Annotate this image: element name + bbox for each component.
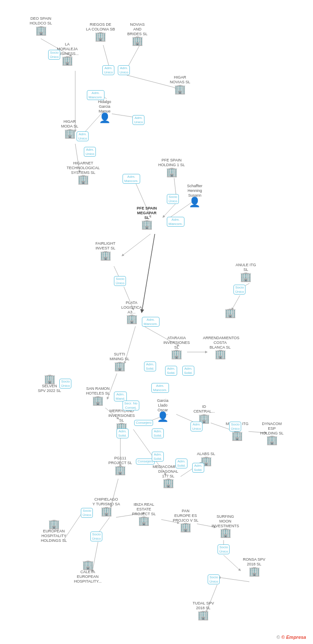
node-tudal: TUDAL SPV2018 SL 🏢 [193,601,214,620]
badge-socio-unico-10: SocioÚnico [208,574,220,584]
node-id-central: IDCENTRAL... 🏢 [193,404,215,423]
node-anule-sub: 🏢 [224,308,236,318]
copyright: © © Empresa [276,635,306,640]
node-pfe-megapar: PFE SPAINMEGAPARSL 🏢 [137,206,157,229]
badge-adm-unico-5: Adm.Unico [84,147,96,157]
badge-adm-solid-1: Adm.Solid. [144,361,156,371]
node-higarnet: HIGARNETTECHNOLOGICALSYSTEMS SL 🏢 [67,161,100,184]
building-icon-tudal: 🏢 [197,611,209,620]
node-european-hosp: 🏢 EUROPEANHOSPITALITYHOLDINGS SL [41,519,67,543]
badge-socio-unico-7: SocioÚnico [81,508,93,518]
node-pfe-holding: PFE SPAINHOLDING 1 SL 🏢 [158,158,185,177]
building-icon-caleta: 🏢 [82,560,94,570]
badge-adm-mand: Adm.Mand. [114,392,127,401]
svg-line-4 [127,75,176,88]
badge-adm-solid-2: Adm.Solid. [165,366,177,376]
building-icon-riegos: 🏢 [95,32,106,41]
badge-adm-unico-2: Adm.Unico [118,65,130,75]
node-ataraxia: ATARAXIAINVERSIONESSL 🏢 [163,336,190,359]
building-icon-deo: 🏢 [35,26,47,35]
person-icon-schaffter: 👤 [189,197,200,207]
node-deo-spain: DEO SPAIN HOLDCO SL 🏢 [24,16,58,35]
building-icon-anule: 🏢 [240,272,252,282]
badge-socio-unico-1: SocioÚnico [48,50,60,60]
node-san-ramon: SAN RAMONHOTELES SL 🏢 [86,386,110,405]
person-icon-hidalgo: 👤 [99,113,110,123]
node-plata: PLATALOGISTICAA3... 🏢 [121,301,142,324]
building-icon-novias: 🏢 [132,36,143,46]
svg-line-39 [224,555,240,570]
badge-adm-unico-6: Adm.Unico [190,422,203,431]
building-icon-san-ramon: 🏢 [92,396,104,405]
badge-adm-mancom-2: Adm.Mancom. [123,174,140,184]
brand-name: © Empresa [281,635,306,640]
badge-adm-solid-3: Adm.Solid. [182,366,194,376]
building-icon-arrend: 🏢 [215,349,226,359]
node-anule: ANULE ITGSL 🏢 [236,263,256,282]
badge-socio-unico-5: SocioÚnico [59,379,71,389]
badge-secr-consej: Secr. NoConsej. [123,401,139,410]
building-icon-fairlight: 🏢 [100,251,111,260]
building-icon-higar-novias: 🏢 [174,85,186,94]
node-arrend: ARRENDAMIENTOSCOSTABLANCA SL 🏢 [203,336,237,359]
building-icon-plata: 🏢 [126,314,138,324]
building-icon-ataraxia: 🏢 [171,349,182,359]
badge-socio-unico-6: SocioÚnico [229,422,241,431]
building-icon-selven: 🏢 [44,374,55,384]
building-icon-european-hosp: 🏢 [48,519,60,529]
node-garcia: GarciaLladoOscar 👤 [157,398,169,422]
building-icon-dynacom: 🏢 [266,435,278,445]
badge-consejero-1: Consejero [134,420,153,426]
building-icon-pg111: 🏢 [114,465,126,475]
building-icon-menima: 🏢 [231,431,243,440]
node-hidalgo: HidalgoGarciaManue 👤 [98,100,111,123]
building-icon-pan-europe: 🏢 [180,522,191,532]
node-dynacom: DYNACOMESPHOLDING SL 🏢 [260,422,284,445]
badge-adm-unico-1: Adm.Unico [102,65,114,75]
badge-adm-solid-6: Adm.Solid. [152,452,164,462]
badge-adm-solid-5: Adm.Solid. [152,428,164,438]
building-icon-pfe-holding: 🏢 [166,167,178,177]
building-icon-chipielago: 🏢 [101,507,112,516]
building-icon-ronsa: 🏢 [249,567,260,576]
badge-socio-unico-2: SocioÚnico [167,194,179,204]
badge-adm-mancom-5: Adm.Mancom. [151,383,169,393]
building-icon-higar-moda: 🏢 [64,129,76,138]
building-icon-mediacomplex: 🏢 [163,478,174,488]
node-surfing-moon: SURFINGMOONINVESTMENTS 🏢 [212,514,239,538]
node-novias: NOVIASANDBRIDES SL 🏢 [127,22,147,46]
building-icon-moraleja: 🏢 [61,56,73,65]
node-pg111: PG111PROJECT SL 🏢 [108,456,132,475]
node-schaffter: SchaffterHenningSusann 👤 [187,184,203,207]
badge-adm-unico-4: Adm.Unico [77,131,89,141]
node-higar-novias: HIGARNOVIAS SL 🏢 [170,75,190,94]
node-higar-moda: HIGARMODA SL 🏢 [61,119,78,138]
building-icon-higarnet: 🏢 [77,175,89,184]
diagram-container: DEO SPAIN HOLDCO SL 🏢 LAMORALEJABUSINESS… [0,0,313,644]
badge-adm-mancom-1: Adm.Mancom. [87,90,104,100]
badge-adm-solid-8: Adm.Solid. [192,463,204,473]
node-caleta: 🏢 CALETAEUROPEANHOSPITALITY... [74,560,101,583]
svg-line-13 [123,234,150,255]
badge-socio-unico-8: SocioÚnico [90,532,102,541]
building-icon-pfe-megapar: 🏢 [141,220,153,229]
person-icon-garcia: 👤 [157,412,169,422]
node-ronsa: RONSA SPV2018 SL 🏢 [243,557,265,576]
node-ibiza: IBIZA REALESTATEPROJECT SL 🏢 [132,502,156,526]
badge-socio-unico-3: SocioÚnico [114,276,126,286]
node-sutti: SUTTIMINING SL 🏢 [110,352,129,371]
badge-adm-unico-3: Adm.Unico [132,115,144,125]
badge-adm-solid-7: Adm.Solid. [175,459,187,468]
svg-line-40 [219,577,249,582]
building-icon-sutti: 🏢 [114,361,126,371]
svg-line-11 [163,204,175,217]
building-icon-surfing-moon: 🏢 [220,528,231,538]
node-riegos: RIEGOS DELA COLONIA SB 🏢 [86,22,115,41]
badge-adm-mancom-4: Adm.Mancom. [142,317,160,327]
node-pan-europe: PANEUROPE ESPROJCO V SL 🏢 [173,509,199,532]
badge-socio-unico-9: SocioÚnico [218,544,230,554]
node-fairlight: FAIRLIGHTINVEST SL 🏢 [95,241,116,260]
badge-adm-solid-4: Adm.Solid. [117,428,129,438]
svg-line-33 [98,517,110,533]
svg-line-14 [142,234,155,311]
